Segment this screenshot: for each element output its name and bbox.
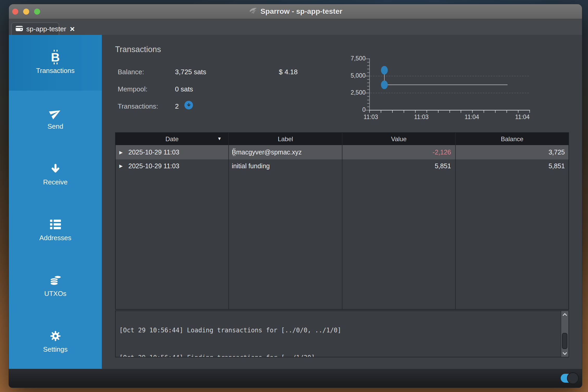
- chart-y-minor-tick: [367, 107, 369, 107]
- chart-y-tick: [366, 76, 369, 76]
- tx-date: 2025-10-29 11:03: [128, 162, 179, 170]
- minimize-window-button[interactable]: [23, 9, 29, 15]
- chart-balance-line: [384, 84, 508, 85]
- window-title: Sparrow - sp-app-tester: [260, 7, 342, 16]
- transactions-table: Date ▼ Label Value Balance ▶ 2025-10-29 …: [115, 132, 569, 310]
- chart-y-tick-label: 2,500: [326, 89, 366, 96]
- sort-desc-icon[interactable]: ▼: [217, 136, 222, 141]
- chart-y-tick-label: 7,500: [326, 55, 366, 62]
- list-icon: [50, 218, 61, 231]
- chart-y-minor-tick: [367, 69, 369, 69]
- sidebar-item-transactions[interactable]: B Transactions: [9, 35, 102, 91]
- sidebar-item-settings[interactable]: Settings: [9, 314, 102, 369]
- tx-balance: 5,851: [456, 159, 568, 172]
- sidebar: B Transactions Send Receive: [9, 35, 102, 369]
- chart-x-tick: [369, 110, 370, 113]
- status-bar: [9, 369, 582, 388]
- chart-x-tick: [392, 110, 393, 113]
- chart-y-minor-tick: [367, 103, 369, 104]
- sidebar-item-utxos[interactable]: UTXOs: [9, 258, 102, 314]
- paper-plane-icon: [49, 107, 61, 119]
- zoom-window-button[interactable]: [34, 9, 40, 15]
- traffic-lights: [12, 9, 40, 15]
- expand-row-icon[interactable]: ▶: [119, 150, 123, 155]
- chart-x-tick: [484, 110, 484, 113]
- chart-y-minor-tick: [367, 86, 369, 86]
- column-header-balance[interactable]: Balance: [456, 133, 568, 145]
- coins-icon: [49, 274, 61, 287]
- chart-y-minor-tick: [367, 96, 369, 97]
- chart-x-tick: [427, 110, 427, 113]
- sparrow-logo-icon: [248, 7, 258, 16]
- tab-label: sp-app-tester: [26, 25, 66, 33]
- chart-x-tick: [529, 110, 530, 113]
- log-console: [Oct 29 10:56:44] Loading transactions f…: [115, 310, 569, 357]
- balance-chart: 02,5005,0007,50011:0311:0311:0411:04: [102, 35, 582, 129]
- arrow-down-icon: [50, 163, 61, 175]
- chart-y-tick-label: 5,000: [326, 72, 366, 79]
- toggle-knob: [567, 372, 579, 384]
- chart-gridline: [370, 93, 529, 93]
- chart-x-tick-label: 11:04: [504, 114, 541, 121]
- chart-x-tick: [472, 110, 473, 113]
- column-divider: [455, 133, 456, 309]
- column-header-value[interactable]: Value: [342, 133, 455, 145]
- chart-data-point: [381, 80, 388, 89]
- chart-data-point: [381, 66, 388, 74]
- tab-close-icon[interactable]: ×: [70, 25, 75, 33]
- scroll-up-button[interactable]: [561, 311, 568, 318]
- tx-balance: 3,725: [456, 145, 568, 159]
- expand-row-icon[interactable]: ▶: [119, 163, 123, 169]
- wallet-icon: [15, 25, 23, 33]
- chevron-down-icon: [563, 350, 567, 355]
- chart-x-tick: [449, 110, 450, 113]
- scroll-down-button[interactable]: [561, 350, 568, 357]
- chart-x-tick: [461, 110, 461, 113]
- tab-bar: sp-app-tester ×: [9, 19, 582, 35]
- chart-x-tick: [518, 110, 518, 113]
- sidebar-item-send[interactable]: Send: [9, 91, 102, 146]
- column-divider: [342, 133, 342, 309]
- main-content: Transactions Balance: 3,725 sats $ 4.18 …: [102, 35, 582, 369]
- tx-label: initial funding: [229, 159, 342, 172]
- chart-y-minor-tick: [367, 79, 369, 80]
- titlebar[interactable]: Sparrow - sp-app-tester: [9, 4, 582, 19]
- scrollbar-thumb[interactable]: [562, 333, 567, 349]
- tx-date: 2025-10-29 11:03: [128, 148, 179, 156]
- log-lines: [Oct 29 10:56:44] Loading transactions f…: [119, 310, 558, 357]
- server-toggle[interactable]: [561, 374, 577, 383]
- chart-x-tick-label: 11:04: [454, 114, 490, 121]
- app-window: Sparrow - sp-app-tester sp-app-tester × …: [9, 4, 582, 388]
- log-scrollbar[interactable]: [561, 311, 568, 357]
- chart-x-tick: [404, 110, 404, 113]
- bitcoin-prefix-glyph: B: [232, 149, 236, 155]
- log-line: [Oct 29 10:56:44] Loading transactions f…: [119, 326, 558, 335]
- chart-y-minor-tick: [367, 89, 369, 90]
- chart-y-tick: [366, 110, 369, 110]
- column-divider: [228, 133, 229, 309]
- chart-y-tick: [366, 59, 369, 59]
- chart-x-tick: [415, 110, 416, 113]
- tx-label: macgyver@spmac.xyz: [236, 148, 302, 156]
- chart-gridline: [370, 76, 529, 76]
- wallet-tab[interactable]: sp-app-tester ×: [11, 22, 59, 35]
- chart-y-tick-label: 0: [326, 106, 366, 113]
- chart-y-minor-tick: [367, 65, 369, 66]
- chart-x-tick-label: 11:03: [403, 114, 440, 121]
- chart-y-minor-tick: [367, 83, 369, 83]
- sidebar-item-receive[interactable]: Receive: [9, 146, 102, 202]
- chart-x-tick-label: 11:03: [353, 114, 389, 121]
- chart-x-tick: [381, 110, 381, 113]
- chart-y-minor-tick: [367, 100, 369, 100]
- bitcoin-icon: B: [51, 51, 60, 63]
- column-header-date[interactable]: Date ▼: [116, 133, 228, 145]
- chart-y-tick: [366, 93, 369, 93]
- chart-y-axis: [369, 58, 370, 110]
- chart-x-tick: [495, 110, 496, 113]
- sidebar-item-addresses[interactable]: Addresses: [9, 202, 102, 258]
- tx-value: -2,126: [342, 145, 455, 159]
- chart-y-minor-tick: [367, 62, 369, 63]
- column-header-label[interactable]: Label: [229, 133, 342, 145]
- close-window-button[interactable]: [12, 9, 18, 15]
- chart-y-minor-tick: [367, 72, 369, 73]
